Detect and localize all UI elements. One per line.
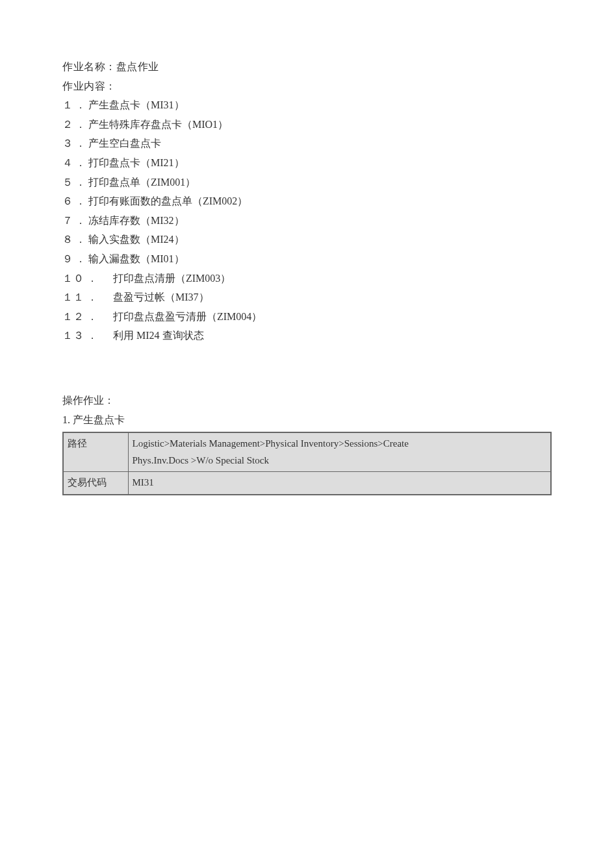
dot: ． <box>87 326 97 345</box>
item-text: 打印盘点单（ZIM001） <box>88 177 196 188</box>
operation-label: 操作作业： <box>62 391 552 410</box>
item-number: １１ <box>62 288 84 307</box>
item-number: ６ <box>62 192 73 211</box>
task-name-line: 作业名称：盘点作业 <box>62 57 552 77</box>
item-text: 打印盘点盘盈亏清册（ZIM004） <box>113 307 262 327</box>
task-name-value: 盘点作业 <box>116 61 159 72</box>
dot: ． <box>75 211 86 230</box>
dot: ． <box>87 269 97 288</box>
list-item: １．产生盘点卡（MI31） <box>62 95 552 115</box>
item-text: 产生空白盘点卡 <box>88 138 161 149</box>
task-name-label: 作业名称： <box>62 61 116 72</box>
item-text: 打印有账面数的盘点单（ZIM002） <box>88 195 248 206</box>
item-number: １０ <box>62 269 84 288</box>
path-line-2: Phys.Inv.Docs >W/o Special Stock <box>133 455 269 465</box>
list-item: １０．打印盘点清册（ZIM003） <box>62 269 552 288</box>
list-item: １３．利用 MI24 查询状态 <box>62 326 552 345</box>
item-text: 输入漏盘数（MI01） <box>88 253 185 264</box>
table-row: 交易代码 MI31 <box>63 472 551 495</box>
item-number: ３ <box>62 134 73 153</box>
content-list: １．产生盘点卡（MI31） ２．产生特殊库存盘点卡（MIO1） ３．产生空白盘点… <box>62 95 552 345</box>
list-item: ５．打印盘点单（ZIM001） <box>62 173 552 192</box>
item-text: 盘盈亏过帐（MI37） <box>113 288 209 307</box>
list-item: １２．打印盘点盘盈亏清册（ZIM004） <box>62 307 552 327</box>
list-item: ７．冻结库存数（MI32） <box>62 211 552 230</box>
task-content-label: 作业内容： <box>62 77 552 96</box>
list-item: ３．产生空白盘点卡 <box>62 134 552 153</box>
item-text: 利用 MI24 查询状态 <box>113 326 204 345</box>
item-text: 输入实盘数（MI24） <box>88 234 185 245</box>
operation-table: 路径 Logistic>Materials Management>Physica… <box>62 432 552 495</box>
item-text: 产生特殊库存盘点卡（MIO1） <box>88 119 228 130</box>
list-item: ２．产生特殊库存盘点卡（MIO1） <box>62 115 552 134</box>
item-text: 打印盘点卡（MI21） <box>88 157 185 168</box>
dot: ． <box>75 134 86 153</box>
item-number: ７ <box>62 211 73 230</box>
list-item: ９．输入漏盘数（MI01） <box>62 249 552 269</box>
dot: ． <box>87 307 97 327</box>
list-item: ４．打印盘点卡（MI21） <box>62 153 552 173</box>
path-label-cell: 路径 <box>63 432 128 472</box>
path-line-1: Logistic>Materials Management>Physical I… <box>133 438 409 449</box>
dot: ． <box>75 192 86 211</box>
tcode-value-cell: MI31 <box>128 472 551 495</box>
list-item: ８．输入实盘数（MI24） <box>62 230 552 249</box>
item-number: １２ <box>62 307 84 327</box>
table-row: 路径 Logistic>Materials Management>Physica… <box>63 432 551 472</box>
item-number: １３ <box>62 326 84 345</box>
item-text: 打印盘点清册（ZIM003） <box>113 269 231 288</box>
dot: ． <box>75 173 86 192</box>
dot: ． <box>87 288 97 307</box>
item-number: １ <box>62 95 73 115</box>
item-number: ８ <box>62 230 73 249</box>
item-text: 产生盘点卡（MI31） <box>88 99 185 110</box>
path-value-cell: Logistic>Materials Management>Physical I… <box>128 432 551 472</box>
operation-step: 1. 产生盘点卡 <box>62 410 552 430</box>
dot: ． <box>75 95 86 115</box>
item-number: ４ <box>62 153 73 173</box>
item-number: ９ <box>62 249 73 269</box>
dot: ． <box>75 115 86 134</box>
item-number: ５ <box>62 173 73 192</box>
dot: ． <box>75 249 86 269</box>
operation-step-prefix: 1. <box>62 414 73 425</box>
dot: ． <box>75 153 86 173</box>
operation-step-title: 产生盘点卡 <box>73 414 125 425</box>
item-text: 冻结库存数（MI32） <box>88 215 185 226</box>
item-number: ２ <box>62 115 73 134</box>
tcode-label-cell: 交易代码 <box>63 472 128 495</box>
document-page: 作业名称：盘点作业 作业内容： １．产生盘点卡（MI31） ２．产生特殊库存盘点… <box>0 0 614 495</box>
list-item: ６．打印有账面数的盘点单（ZIM002） <box>62 192 552 211</box>
list-item: １１．盘盈亏过帐（MI37） <box>62 288 552 307</box>
dot: ． <box>75 230 86 249</box>
